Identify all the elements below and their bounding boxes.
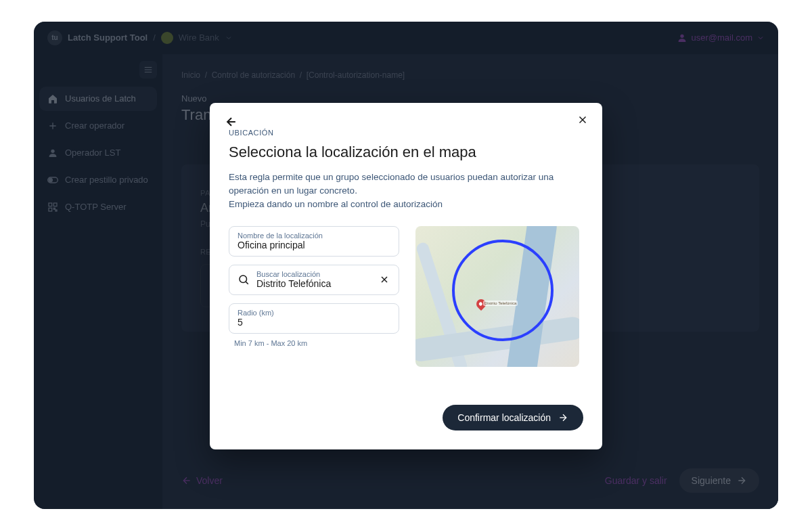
location-modal: UBICACIÓN Selecciona la localización en …: [210, 103, 602, 450]
field-value: Distrito Telefónica: [256, 278, 371, 289]
modal-title: Selecciona la localización en el mapa: [229, 143, 583, 161]
map-preview[interactable]: Distrito Telefónica: [415, 226, 579, 367]
field-label: Radio (km): [238, 309, 390, 317]
modal-close-button[interactable]: [577, 114, 589, 126]
modal-eyebrow: UBICACIÓN: [229, 129, 583, 137]
search-icon: [238, 273, 250, 286]
arrow-right-icon: [558, 412, 568, 423]
search-location-field[interactable]: Buscar localización Distrito Telefónica: [229, 265, 399, 295]
svg-point-19: [240, 275, 247, 283]
field-value: 5: [238, 317, 390, 328]
map-pin-label: Distrito Telefónica: [483, 301, 518, 306]
field-value: Oficina principal: [238, 240, 390, 250]
modal-overlay: UBICACIÓN Selecciona la localización en …: [34, 22, 778, 509]
radius-circle-icon: [452, 240, 554, 341]
modal-description: Esta regla permite que un grupo seleccio…: [229, 171, 583, 212]
field-label: Nombre de la localización: [238, 231, 390, 240]
svg-line-20: [246, 282, 248, 284]
location-name-field[interactable]: Nombre de la localización Oficina princi…: [229, 226, 399, 257]
radius-field[interactable]: Radio (km) 5: [229, 303, 399, 334]
confirm-location-button[interactable]: Confirmar localización: [443, 405, 583, 430]
modal-back-button[interactable]: [225, 115, 238, 129]
radius-hint: Min 7 km - Max 20 km: [229, 339, 399, 347]
field-label: Buscar localización: [256, 270, 371, 278]
clear-icon[interactable]: [378, 273, 390, 286]
app-frame: tu Latch Support Tool / Wire Bank user@m…: [34, 22, 778, 509]
